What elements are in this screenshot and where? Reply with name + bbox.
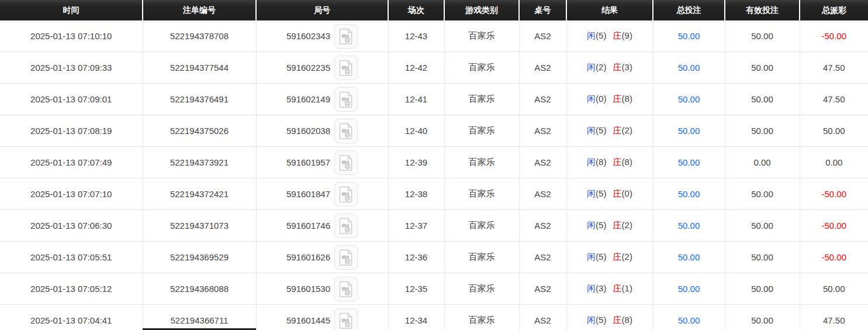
- total-bet-link[interactable]: 50.00: [678, 31, 700, 41]
- cell-game-type: 百家乐: [444, 210, 519, 242]
- banker-score: 3: [622, 62, 632, 72]
- table-row: 2025-01-13 07:04:41 522194366711 5916014…: [0, 305, 868, 330]
- col-header-time: 时间: [0, 0, 143, 20]
- cell-result: 闲5 庄9: [566, 20, 653, 52]
- video-replay-button[interactable]: [334, 308, 358, 330]
- video-file-icon: [339, 28, 353, 44]
- cell-total-payout: -50.00: [800, 242, 868, 273]
- table-row: 2025-01-13 07:07:10 522194372421 5916018…: [0, 178, 868, 210]
- video-replay-button[interactable]: [334, 87, 358, 112]
- banker-score: 9: [622, 30, 632, 40]
- cell-total-bet: 50.00: [653, 20, 725, 52]
- video-replay-button[interactable]: [334, 245, 358, 270]
- player-result-label: 闲: [587, 252, 596, 262]
- cell-bet-id: 522194373921: [143, 147, 256, 178]
- cell-bet-id: 522194371073: [143, 210, 256, 242]
- cell-total-bet: 50.00: [653, 305, 725, 330]
- cell-table-no: AS2: [519, 147, 566, 178]
- banker-result-label: 庄: [613, 125, 622, 135]
- video-replay-button[interactable]: [334, 119, 358, 143]
- video-replay-button[interactable]: [334, 214, 358, 238]
- cell-table-no: AS2: [519, 20, 566, 52]
- banker-score: 8: [622, 94, 632, 104]
- total-bet-link[interactable]: 50.00: [678, 126, 700, 136]
- cell-round-id: 591601847: [256, 178, 388, 210]
- total-bet-link[interactable]: 50.00: [678, 221, 700, 231]
- cell-bet-id: 522194377544: [143, 52, 256, 84]
- total-bet-link[interactable]: 50.00: [678, 189, 700, 199]
- cell-session: 12-43: [388, 20, 444, 52]
- cell-table-no: AS2: [519, 178, 566, 210]
- banker-result-label: 庄: [613, 188, 622, 198]
- table-row: 2025-01-13 07:05:12 522194368088 5916015…: [0, 273, 868, 305]
- col-header-total-payout: 总派彩: [800, 0, 868, 20]
- cell-session: 12-42: [388, 52, 444, 84]
- cell-round-id: 591602235: [256, 52, 388, 84]
- video-replay-button[interactable]: [334, 277, 358, 301]
- col-header-session: 场次: [388, 0, 444, 20]
- total-bet-link[interactable]: 50.00: [678, 157, 700, 167]
- cell-session: 12-35: [388, 273, 444, 305]
- cell-total-payout: 47.50: [800, 84, 868, 115]
- cell-total-payout: 0.00: [800, 147, 868, 178]
- cell-table-no: AS2: [519, 52, 566, 84]
- video-file-icon: [339, 281, 353, 297]
- cell-bet-id: 522194372421: [143, 178, 256, 210]
- cell-session: 12-37: [388, 210, 444, 242]
- banker-score: 2: [622, 252, 632, 262]
- total-bet-link[interactable]: 50.00: [678, 252, 700, 262]
- cell-table-no: AS2: [519, 273, 566, 305]
- banker-score: 0: [622, 188, 632, 198]
- cell-total-payout: -50.00: [800, 210, 868, 242]
- cell-valid-bet: 50.00: [725, 305, 800, 330]
- player-result-label: 闲: [587, 315, 596, 325]
- total-bet-link[interactable]: 50.00: [678, 284, 700, 294]
- cell-game-type: 百家乐: [444, 273, 519, 305]
- cell-valid-bet: 50.00: [725, 84, 800, 115]
- banker-result-label: 庄: [613, 315, 622, 325]
- video-replay-button[interactable]: [334, 24, 358, 49]
- round-id-value: 591601746: [286, 221, 330, 231]
- player-result-label: 闲: [587, 125, 596, 135]
- cell-game-type: 百家乐: [444, 147, 519, 178]
- cell-table-no: AS2: [519, 115, 566, 147]
- cell-table-no: AS2: [519, 210, 566, 242]
- round-id-value: 591601957: [286, 157, 330, 167]
- cell-total-payout: 47.50: [800, 52, 868, 84]
- cell-table-no: AS2: [519, 242, 566, 273]
- player-score: 2: [596, 62, 606, 72]
- cell-time: 2025-01-13 07:05:51: [0, 242, 143, 273]
- cell-valid-bet: 50.00: [725, 52, 800, 84]
- video-replay-button[interactable]: [334, 182, 358, 207]
- round-id-value: 591601530: [286, 284, 330, 294]
- player-score: 0: [596, 94, 606, 104]
- video-file-icon: [339, 186, 353, 202]
- cell-valid-bet: 0.00: [725, 147, 800, 178]
- total-bet-link[interactable]: 50.00: [678, 94, 700, 104]
- cell-table-no: AS2: [519, 84, 566, 115]
- cell-round-id: 591602149: [256, 84, 388, 115]
- player-score: 5: [596, 125, 606, 135]
- col-header-round-id: 局号: [256, 0, 388, 20]
- video-replay-button[interactable]: [334, 56, 358, 80]
- total-bet-link[interactable]: 50.00: [678, 63, 700, 73]
- player-result-label: 闲: [587, 157, 596, 167]
- cell-time: 2025-01-13 07:06:30: [0, 210, 143, 242]
- banker-result-label: 庄: [613, 62, 622, 72]
- banker-result-label: 庄: [613, 157, 622, 167]
- video-replay-button[interactable]: [334, 150, 358, 175]
- cell-result: 闲5 庄2: [566, 210, 653, 242]
- cell-valid-bet: 50.00: [725, 20, 800, 52]
- cell-bet-id: 522194366711: [143, 305, 256, 330]
- banker-score: 8: [622, 157, 632, 167]
- total-bet-link[interactable]: 50.00: [678, 315, 700, 325]
- video-file-icon: [339, 312, 353, 329]
- cell-game-type: 百家乐: [444, 178, 519, 210]
- round-id-value: 591602343: [286, 31, 330, 41]
- cell-bet-id: 522194368088: [143, 273, 256, 305]
- cell-session: 12-39: [388, 147, 444, 178]
- video-file-icon: [339, 249, 353, 266]
- cell-result: 闲5 庄0: [566, 178, 653, 210]
- cell-total-payout: -50.00: [800, 20, 868, 52]
- table-row: 2025-01-13 07:05:51 522194369529 5916016…: [0, 242, 868, 273]
